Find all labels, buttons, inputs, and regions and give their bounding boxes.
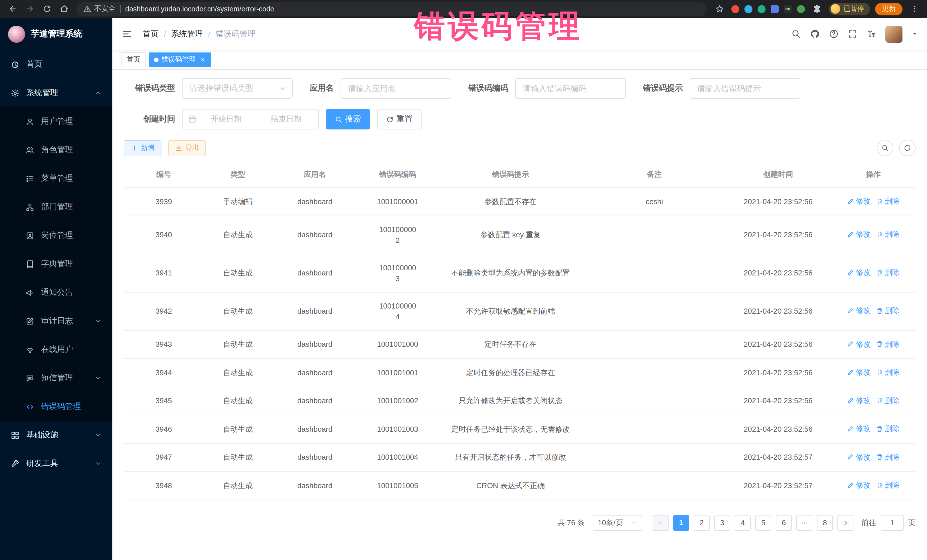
tab-close-icon[interactable] [200,56,206,63]
tab-home[interactable]: 首页 [122,52,146,67]
chrome-menu-icon[interactable] [907,2,921,16]
next-page-button[interactable] [837,514,853,531]
delete-link[interactable]: 删除 [876,395,900,406]
app-logo[interactable]: 芋道管理系统 [0,18,112,50]
edit-link[interactable]: 修改 [847,229,871,240]
delete-link[interactable]: 删除 [876,367,900,378]
sidebar-item-system-management[interactable]: 系统管理 [0,79,112,107]
sidebar-toggle-icon[interactable] [122,29,132,39]
page-button-2[interactable]: 2 [694,514,710,531]
pager-ellipsis[interactable] [796,514,812,531]
chrome-update-button[interactable]: 更新 [875,3,903,15]
extension-blue-grid[interactable] [771,5,779,13]
sidebar-item-infrastructure[interactable]: 基础设施 [0,421,112,449]
export-button[interactable]: 导出 [168,140,206,156]
table-row: 3944自动生成dashboard1001001001定时任务的处理器已经存在2… [124,358,916,387]
column-header-app: 应用名 [272,162,358,187]
breadcrumb-item[interactable]: 系统管理 [171,29,203,39]
sidebar-item-audit-log[interactable]: 审计日志 [0,307,112,335]
edit-link[interactable]: 修改 [847,267,871,278]
error-hint-input[interactable] [690,78,800,99]
fullscreen-icon[interactable] [848,29,857,39]
extension-green-leaf[interactable] [797,5,805,13]
extension-on-badge[interactable]: on [784,5,792,13]
page-button-5[interactable]: 5 [755,514,771,531]
sidebar-item-online-users[interactable]: 在线用户 [0,335,112,364]
error-type-select[interactable]: 请选择错误码类型 [182,78,293,99]
extension-red-circle[interactable] [731,5,739,13]
bookmark-star-icon[interactable] [713,2,726,16]
sidebar-item-dict-management[interactable]: 字典管理 [0,250,112,278]
sidebar-item-sms-management[interactable]: 短信管理 [0,364,112,392]
header-search-icon[interactable] [791,29,801,39]
delete-label: 删除 [885,196,900,206]
column-header-hint: 错误码提示 [438,162,584,187]
cell-remark [584,216,725,254]
app-name-input[interactable] [340,78,451,99]
forward-icon[interactable] [23,2,36,16]
reset-button[interactable]: 重置 [377,109,422,129]
edit-link[interactable]: 修改 [847,395,871,406]
page-size-select[interactable]: 10条/页 [593,514,642,531]
sidebar-item-error-code-management[interactable]: 错误码管理 [0,392,112,421]
reload-icon[interactable] [40,2,54,16]
toggle-search-button[interactable] [877,140,894,156]
cell-hint: 参数配置 key 重复 [438,216,584,254]
page-button-4[interactable]: 4 [735,514,751,531]
sidebar-item-notice-announcement[interactable]: 通知公告 [0,278,112,307]
edit-label: 修改 [856,229,871,240]
sidebar-item-user-management[interactable]: 用户管理 [0,107,112,136]
goto-page-input[interactable] [881,514,904,531]
delete-link[interactable]: 删除 [876,229,900,240]
profile-chip[interactable]: 已暂停 [829,3,870,15]
back-icon[interactable] [6,2,20,16]
delete-link[interactable]: 删除 [876,338,900,349]
edit-icon [847,269,854,276]
extension-green-check-circle[interactable] [758,5,766,13]
prev-page-button[interactable] [653,514,669,531]
delete-link[interactable]: 删除 [876,196,900,206]
edit-link[interactable]: 修改 [847,305,871,316]
delete-link[interactable]: 删除 [876,480,900,490]
edit-link[interactable]: 修改 [847,480,871,490]
search-button[interactable]: 搜索 [326,109,370,129]
error-code-input[interactable] [515,78,626,99]
delete-link[interactable]: 删除 [876,451,900,462]
edit-link[interactable]: 修改 [847,451,871,462]
sidebar-item-home[interactable]: 首页 [0,50,112,79]
add-button[interactable]: 新增 [124,140,161,156]
delete-link[interactable]: 删除 [876,305,900,316]
page-button-6[interactable]: 6 [776,514,792,531]
edit-link[interactable]: 修改 [847,338,871,349]
extension-blue-drop[interactable] [745,5,752,13]
github-icon[interactable] [810,29,820,39]
page-button-3[interactable]: 3 [714,514,730,531]
address-bar[interactable]: 不安全 dashboard.yudao.iocoder.cn/system/er… [76,2,707,16]
help-icon[interactable] [829,29,839,39]
delete-link[interactable]: 删除 [876,267,900,278]
sidebar-item-menu-management[interactable]: 菜单管理 [0,164,112,193]
edit-link[interactable]: 修改 [847,367,871,378]
sidebar-item-dept-management[interactable]: 部门管理 [0,193,112,221]
avatar-caret-down-icon[interactable] [912,31,918,37]
tab-label: 首页 [127,55,140,64]
edit-link[interactable]: 修改 [847,423,871,434]
breadcrumb-item[interactable]: 首页 [143,29,159,39]
user-avatar[interactable] [885,25,903,42]
cell-remark [584,471,725,499]
home-icon[interactable] [57,2,71,16]
cell-id: 3941 [124,254,204,292]
delete-link[interactable]: 删除 [876,423,900,434]
refresh-table-button[interactable] [899,140,916,156]
sidebar-item-role-management[interactable]: 角色管理 [0,136,112,164]
page-button-8[interactable]: 8 [817,514,833,531]
extensions-puzzle-icon[interactable] [810,2,824,16]
sidebar-item-dev-tools[interactable]: 研发工具 [0,449,112,478]
edit-link[interactable]: 修改 [847,196,871,206]
font-size-icon[interactable] [866,29,876,39]
page-button-1[interactable]: 1 [673,514,689,531]
tab-error-code-management[interactable]: 错误码管理 [149,52,211,67]
cell-type: 自动生成 [204,330,272,358]
sidebar-item-post-management[interactable]: 岗位管理 [0,221,112,250]
create-time-range-picker[interactable]: 开始日期 - 结束日期 [182,109,319,129]
